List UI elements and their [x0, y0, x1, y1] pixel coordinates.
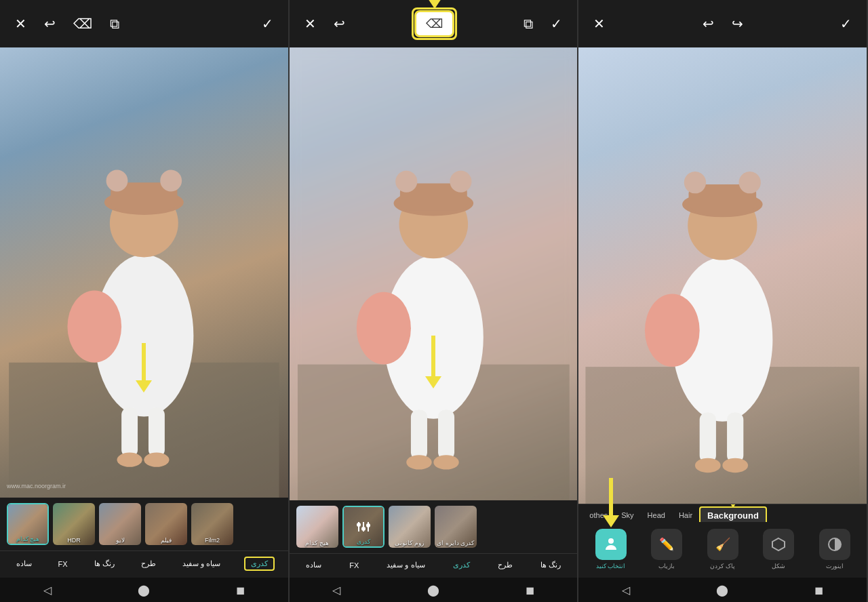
seg-hair[interactable]: Hair [672, 508, 699, 522]
image-area-1: www.mac.noorgram.ir [0, 47, 288, 498]
nav-home-2[interactable]: ⬤ [427, 584, 439, 597]
cat-tab-design-1[interactable]: طرح [138, 558, 159, 569]
child-figure-3 [578, 47, 867, 504]
tool-restore[interactable]: ✏️ بازیاب [651, 529, 682, 569]
cat-tab-simple-2[interactable]: ساده [303, 559, 324, 571]
svg-rect-9 [149, 407, 165, 457]
watermark-1: www.mac.noorgram.ir [7, 483, 66, 489]
segment-bar-3: othes Sky Head Hair Background [578, 504, 867, 522]
filter-thumb-film[interactable]: فیلم [145, 503, 187, 545]
cat-tab-bw-2[interactable]: سیاه و سفید [384, 559, 427, 571]
tool-select-icon [595, 529, 627, 560]
left-icons-2: ✕ ↩ [302, 14, 348, 33]
filter-thumb-zoom[interactable]: زوم کانونی [389, 506, 431, 548]
copy-button-1[interactable]: ⧉ [107, 14, 122, 33]
filter-thumb-label-film2: Film2 [191, 537, 233, 544]
person-icon [603, 536, 619, 553]
filter-thumb-film2[interactable]: Film2 [191, 503, 233, 545]
cat-tab-simple-1[interactable]: ساده [14, 558, 35, 569]
tool-select[interactable]: انتخاب کنید [595, 529, 627, 569]
seg-others[interactable]: othes [583, 508, 614, 522]
check-button-2[interactable]: ✓ [548, 14, 565, 33]
filter-thumb-label-hdr: HDR [53, 537, 95, 544]
svg-rect-20 [411, 409, 427, 459]
filter-thumb-none-2[interactable]: هیچ کدام [296, 506, 338, 548]
eraser-button-1[interactable]: ⌫ [71, 14, 95, 33]
filter-thumb-haze-2[interactable]: کدری [342, 506, 384, 548]
tool-erase-label: پاک کردن [710, 563, 735, 569]
filter-zoom-label: زوم کانونی [389, 540, 431, 546]
seg-background[interactable]: Background [699, 506, 767, 522]
cat-tab-fx-2[interactable]: FX [347, 560, 361, 571]
panel-3: ✕ ↩ ↪ ✓ othes Sky [578, 0, 868, 602]
image-area-3 [578, 47, 867, 504]
cat-tab-fx-1[interactable]: FX [56, 559, 71, 569]
filter-thumb-circle[interactable]: کدری دایره ای [435, 506, 477, 548]
cat-tab-colors-1[interactable]: رنگ ها [92, 558, 117, 569]
close-button-2[interactable]: ✕ [302, 14, 319, 33]
filter-thumb-label: هیچ کدام [8, 536, 47, 542]
eraser-button-2-highlighted[interactable]: ⌫ [414, 10, 454, 37]
nav-bar-3: ◁ ⬤ ◼ [578, 578, 867, 602]
top-bar-2: ✕ ↩ ⌫ ⧉ ✓ [290, 0, 578, 47]
filter-thumb-none-1[interactable]: هیچ کدام [7, 503, 49, 545]
undo-button-2[interactable]: ↩ [331, 14, 348, 33]
filter-thumb-hdr[interactable]: HDR [53, 503, 95, 545]
tool-restore-icon: ✏️ [651, 529, 682, 560]
redo-button-3[interactable]: ↪ [729, 14, 746, 33]
tool-erase-icon: 🧹 [707, 529, 738, 560]
svg-point-35 [684, 172, 706, 193]
cat-tab-colors-2[interactable]: رنگ ها [538, 559, 564, 571]
nav-back-1[interactable]: ◁ [43, 584, 52, 597]
check-button-1[interactable]: ✓ [259, 14, 276, 33]
cat-tab-haze-1[interactable]: کدری [244, 557, 275, 571]
nav-square-3[interactable]: ◼ [814, 584, 823, 597]
svg-rect-39 [727, 412, 743, 462]
undo-button-1[interactable]: ↩ [41, 14, 58, 33]
tool-erase[interactable]: 🧹 پاک کردن [707, 529, 738, 569]
check-button-3[interactable]: ✓ [837, 14, 854, 33]
undo-button-3[interactable]: ↩ [700, 14, 717, 33]
tool-invert-label: اینورت [826, 563, 844, 569]
svg-rect-21 [438, 409, 454, 459]
panel-1: ✕ ↩ ⌫ ⧉ ✓ [0, 0, 290, 602]
nav-home-3[interactable]: ⬤ [716, 584, 728, 597]
tool-shape[interactable]: شکل [763, 529, 794, 569]
close-button-1[interactable]: ✕ [12, 14, 29, 33]
tool-select-container: انتخاب کنید [595, 529, 627, 569]
svg-point-41 [723, 458, 749, 473]
nav-back-3[interactable]: ◁ [622, 584, 630, 597]
svg-point-29 [366, 523, 370, 527]
filter-thumb-label-film: فیلم [145, 537, 187, 544]
tool-restore-label: بازیاب [658, 563, 675, 569]
cat-tab-design-2[interactable]: طرح [495, 559, 515, 571]
left-icons-1: ✕ ↩ ⌫ ⧉ [12, 14, 122, 33]
tool-shape-label: شکل [772, 563, 785, 569]
tool-shape-icon [763, 529, 794, 560]
close-button-3[interactable]: ✕ [591, 14, 608, 33]
svg-point-22 [406, 455, 431, 469]
svg-point-37 [645, 294, 700, 367]
copy-button-2[interactable]: ⧉ [521, 14, 536, 33]
nav-back-2[interactable]: ◁ [332, 584, 340, 597]
nav-square-2[interactable]: ◼ [526, 584, 534, 597]
svg-point-18 [450, 171, 471, 193]
nav-home-1[interactable]: ⬤ [138, 584, 150, 597]
filter-thumb-label-live: لایو [99, 537, 141, 544]
svg-point-36 [739, 172, 761, 193]
nav-square-1[interactable]: ◼ [236, 584, 245, 597]
filter-thumb-live[interactable]: لایو [99, 503, 141, 545]
cat-tab-haze-2[interactable]: کدری [450, 559, 473, 571]
nav-bar-2: ◁ ⬤ ◼ [290, 578, 578, 602]
filter-circle-label: کدری دایره ای [435, 540, 477, 546]
svg-point-19 [356, 292, 410, 365]
filter-thumbs-2: هیچ کدام کدری [290, 500, 578, 553]
seg-sky[interactable]: Sky [614, 508, 640, 522]
shape-icon-svg [771, 537, 786, 552]
filter-haze-label: کدری [344, 538, 383, 545]
seg-head[interactable]: Head [641, 508, 672, 522]
svg-point-40 [695, 458, 721, 473]
cat-tab-bw-1[interactable]: سیاه و سفید [180, 558, 223, 569]
tool-invert[interactable]: اینورت [819, 529, 850, 569]
tool-select-label: انتخاب کنید [596, 563, 626, 569]
